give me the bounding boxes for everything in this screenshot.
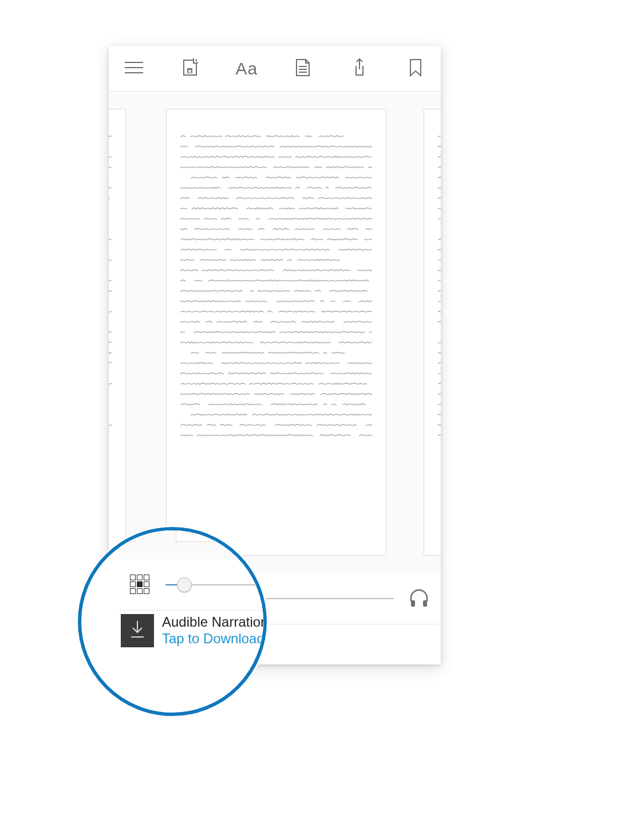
share-icon xyxy=(351,58,368,80)
top-toolbar: Aa xyxy=(109,46,441,92)
share-button[interactable] xyxy=(348,57,371,80)
xray-icon xyxy=(181,58,199,79)
xray-button[interactable] xyxy=(179,57,202,80)
notes-button[interactable] xyxy=(291,57,314,80)
audible-banner[interactable]: Audible Narration Tap to Download xyxy=(109,624,441,664)
reading-carousel[interactable] xyxy=(109,92,441,573)
bookmark-button[interactable] xyxy=(404,57,427,80)
page-text-placeholder xyxy=(109,132,112,538)
reader-device-frame: Aa xyxy=(109,46,441,664)
svg-rect-14 xyxy=(423,600,427,607)
slider-thumb[interactable] xyxy=(167,591,182,606)
download-icon xyxy=(119,634,136,655)
bottom-controls xyxy=(109,573,441,624)
font-size-icon: Aa xyxy=(235,59,258,78)
progress-slider[interactable] xyxy=(156,587,394,610)
page-text-placeholder xyxy=(180,132,372,538)
svg-rect-13 xyxy=(411,600,415,607)
hamburger-icon xyxy=(125,61,143,77)
grid-icon xyxy=(120,588,141,609)
download-tile[interactable] xyxy=(111,628,144,661)
bookmark-icon xyxy=(409,58,422,79)
audible-texts: Audible Narration Tap to Download xyxy=(152,628,258,661)
page-current xyxy=(166,109,386,556)
svg-marker-7 xyxy=(297,60,309,76)
font-settings-button[interactable]: Aa xyxy=(235,57,258,80)
svg-marker-12 xyxy=(410,60,421,76)
document-icon xyxy=(295,58,310,79)
audible-subtitle: Tap to Download xyxy=(152,644,258,661)
audio-button[interactable] xyxy=(405,585,433,612)
audible-title: Audible Narration xyxy=(152,628,258,644)
menu-button[interactable] xyxy=(123,57,145,80)
page-grid-button[interactable] xyxy=(117,585,144,612)
page-previous xyxy=(109,109,126,556)
page-text-placeholder xyxy=(438,132,441,538)
slider-track xyxy=(156,598,394,599)
headphones-icon xyxy=(409,588,429,609)
page-next xyxy=(424,109,441,556)
